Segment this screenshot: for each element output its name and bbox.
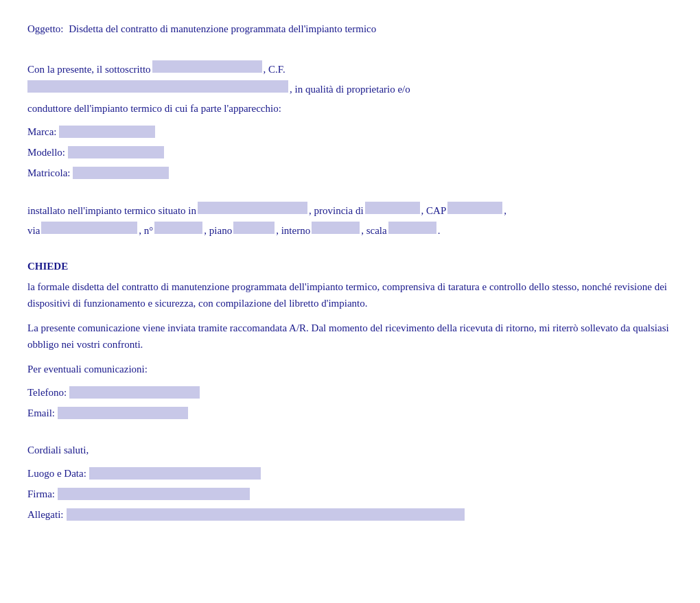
intro-qualita: , in qualità di proprietario e/o xyxy=(290,81,410,97)
matricola-field[interactable] xyxy=(73,167,169,179)
allegati-label: Allegati: xyxy=(27,506,64,523)
oggetto-section: Oggetto: Disdetta del contratto di manut… xyxy=(27,21,673,37)
marca-label: Marca: xyxy=(27,123,56,140)
matricola-label: Matricola: xyxy=(27,165,70,181)
intro-pre: Con la presente, il sottoscritto xyxy=(27,61,151,78)
matricola-line: Matricola: xyxy=(27,165,673,181)
intro-line3: conduttore dell'impianto termico di cui … xyxy=(27,100,673,117)
provincia-field[interactable] xyxy=(365,202,420,214)
intro-line1: Con la presente, il sottoscritto , C.F. xyxy=(27,60,673,78)
marca-field[interactable] xyxy=(59,126,155,138)
via-scala-label: , scala xyxy=(361,222,386,239)
via-field[interactable] xyxy=(41,222,137,234)
allegati-field[interactable] xyxy=(67,508,465,521)
intro-cf: , C.F. xyxy=(264,61,285,78)
oggetto-text: Disdetta del contratto di manutenzione p… xyxy=(69,23,376,34)
luogo-data-line: Luogo e Data: xyxy=(27,465,673,482)
telefono-label: Telefono: xyxy=(27,384,67,401)
email-line: Email: xyxy=(27,405,673,421)
firma-field[interactable] xyxy=(58,488,250,500)
modello-field[interactable] xyxy=(68,146,164,158)
modello-line: Modello: xyxy=(27,144,673,161)
scala-field[interactable] xyxy=(388,222,436,234)
interno-field[interactable] xyxy=(312,222,360,234)
comunicazione-text: La presente comunicazione viene inviata … xyxy=(27,320,673,353)
via-end: . xyxy=(438,222,441,239)
oggetto-label: Oggetto: xyxy=(27,23,64,34)
email-field[interactable] xyxy=(58,407,188,419)
marca-line: Marca: xyxy=(27,123,673,140)
via-piano-label: , piano xyxy=(204,222,232,239)
installato-provincia: , provincia di xyxy=(309,202,364,219)
luogo-data-label: Luogo e Data: xyxy=(27,465,86,482)
piano-field[interactable] xyxy=(233,222,275,234)
installato-cap: , CAP xyxy=(421,202,447,219)
via-label: via xyxy=(27,222,40,239)
luogo-data-field[interactable] xyxy=(89,467,261,480)
chiede-title: CHIEDE xyxy=(27,258,673,274)
telefono-field[interactable] xyxy=(69,386,200,399)
cordiali-saluti: Cordiali saluti, xyxy=(27,442,673,458)
email-label: Email: xyxy=(27,405,55,421)
via-n-label: , n° xyxy=(139,222,153,239)
citta-field[interactable] xyxy=(198,202,307,214)
firma-label: Firma: xyxy=(27,486,55,502)
installato-pre: installato nell'impianto termico situato… xyxy=(27,202,196,219)
intro-section: Con la presente, il sottoscritto , C.F. … xyxy=(27,60,673,117)
chiede-text: la formale disdetta del contratto di man… xyxy=(27,279,673,311)
per-eventuali: Per eventuali comunicazioni: xyxy=(27,361,673,377)
installato-line: installato nell'impianto termico situato… xyxy=(27,202,673,219)
cap-field[interactable] xyxy=(447,202,502,214)
installato-comma: , xyxy=(504,202,506,219)
allegati-line: Allegati: xyxy=(27,506,673,523)
firma-line: Firma: xyxy=(27,486,673,502)
telefono-line: Telefono: xyxy=(27,384,673,401)
numero-field[interactable] xyxy=(154,222,202,234)
nome-sottoscritto-field[interactable] xyxy=(152,60,262,73)
modello-label: Modello: xyxy=(27,144,65,161)
via-line: via , n° , piano , interno , scala . xyxy=(27,222,673,239)
cf-field[interactable] xyxy=(27,80,288,93)
intro-line2: , in qualità di proprietario e/o xyxy=(27,80,673,97)
via-interno-label: , interno xyxy=(276,222,310,239)
